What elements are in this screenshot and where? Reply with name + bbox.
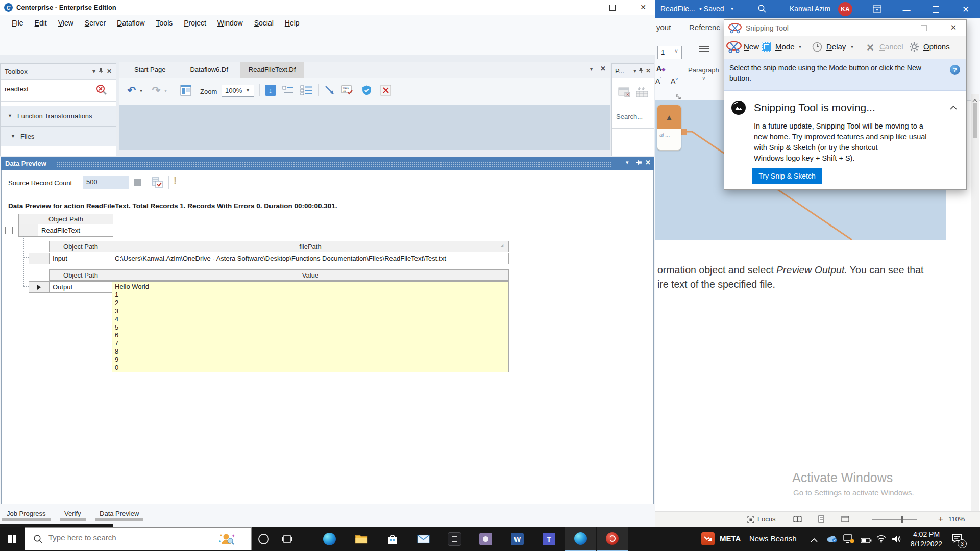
stock-widget-icon[interactable] <box>701 532 715 545</box>
minimize-button[interactable]: — <box>895 0 918 18</box>
taskbar-search-box[interactable] <box>24 527 252 550</box>
clear-search-icon[interactable] <box>95 84 108 98</box>
options-button[interactable]: Options <box>923 42 950 51</box>
source-record-count-input[interactable]: 500 <box>83 176 129 189</box>
close-icon[interactable]: ✕ <box>646 67 651 74</box>
column-header-object-path[interactable]: Object Path <box>49 241 112 252</box>
stock-status[interactable]: News Bearish <box>749 534 797 543</box>
delay-caret[interactable]: ▾ <box>851 44 853 49</box>
focus-icon[interactable] <box>747 516 754 525</box>
toolbox-section-files[interactable]: ▼ Files <box>1 126 116 146</box>
menu-file[interactable]: File <box>6 17 29 29</box>
try-snip-sketch-button[interactable]: Try Snip & Sketch <box>752 168 822 184</box>
taskbar-app-github-desktop[interactable] <box>470 527 501 551</box>
maximize-button[interactable] <box>605 4 620 13</box>
tab-list-caret[interactable]: ▾ <box>590 66 593 72</box>
zoom-in-button[interactable]: + <box>938 514 943 524</box>
menu-tools[interactable]: Tools <box>151 17 179 29</box>
font-size-combobox[interactable]: 1 ˅ <box>657 46 682 59</box>
print-layout-icon[interactable] <box>818 515 825 524</box>
minimize-button[interactable]: — <box>575 4 589 11</box>
refresh-preview-icon[interactable] <box>151 177 163 191</box>
grow-font-icon[interactable]: Aˆ <box>655 77 662 85</box>
word-save-status[interactable]: • Saved <box>699 5 724 13</box>
stock-ticker[interactable]: META <box>720 534 741 543</box>
expand-collapse-nodes-icon[interactable]: ↕ <box>264 84 277 96</box>
column-header-value[interactable]: Value <box>112 269 509 281</box>
zoom-slider-track[interactable] <box>872 519 917 520</box>
cortana-button[interactable] <box>252 527 275 551</box>
tab-start-page[interactable]: Start Page <box>126 62 174 78</box>
word-doc-title[interactable]: ReadFile... <box>660 5 695 13</box>
output-value-cell[interactable]: Hello World 1 2 3 4 5 6 7 8 9 0 <box>112 281 509 372</box>
root-node-cell[interactable]: ReadFileText <box>38 224 113 237</box>
tab-readfiletext[interactable]: ReadFileText.Df <box>240 62 304 78</box>
menu-edit[interactable]: Edit <box>29 17 53 29</box>
zoom-percentage[interactable]: 110% <box>948 515 965 523</box>
close-tab-icon[interactable]: ✕ <box>600 65 606 72</box>
shield-verify-icon[interactable] <box>360 84 373 96</box>
new-snip-icon[interactable] <box>726 40 742 56</box>
collapse-expander[interactable]: − <box>5 227 13 234</box>
clock[interactable]: 4:02 PM 8/12/2022 <box>908 530 945 549</box>
battery-icon[interactable] <box>861 536 872 545</box>
scrollbar-thumb[interactable] <box>973 103 977 138</box>
clear-errors-icon[interactable] <box>380 84 392 96</box>
input-label-cell[interactable]: Input <box>49 253 112 264</box>
word-user-name[interactable]: Kanwal Azim <box>790 5 830 13</box>
preview-data-icon[interactable]: 010110 <box>341 84 353 96</box>
menu-dataflow[interactable]: Dataflow <box>111 17 150 29</box>
collapse-chevron-icon[interactable] <box>950 103 957 112</box>
undo-caret[interactable]: ▾ <box>140 88 142 93</box>
close-button[interactable]: ✕ <box>636 3 650 11</box>
link-pointer-icon[interactable] <box>324 84 336 96</box>
taskbar-app-dark[interactable] <box>439 527 470 551</box>
taskbar-app-edge[interactable] <box>314 527 345 551</box>
new-button[interactable]: New <box>744 42 759 51</box>
pin-icon[interactable] <box>636 159 642 168</box>
row-handle[interactable] <box>29 281 50 293</box>
tab-references[interactable]: Referenc <box>689 23 720 32</box>
focus-label[interactable]: Focus <box>757 515 775 523</box>
tab-verify[interactable]: Verify <box>60 508 86 521</box>
shrink-font-icon[interactable]: A˅ <box>671 77 678 85</box>
tab-dataflow6[interactable]: Dataflow6.Df <box>182 62 236 78</box>
pin-icon[interactable] <box>639 67 644 75</box>
column-header-object-path[interactable]: Object Path <box>49 269 112 281</box>
align-horizontal-icon[interactable] <box>282 84 294 96</box>
column-header-object-path[interactable]: Object Path <box>18 214 113 224</box>
mode-button[interactable]: Mode <box>775 42 795 51</box>
column-header-filepath[interactable]: filePath <box>112 241 509 252</box>
taskbar-app-edge-running[interactable] <box>565 527 596 551</box>
menu-server[interactable]: Server <box>79 17 111 29</box>
maximize-button[interactable] <box>924 0 947 18</box>
onedrive-icon[interactable] <box>826 535 838 545</box>
tray-expand-chevron-icon[interactable] <box>811 535 818 544</box>
input-value-cell[interactable]: C:\Users\Kanwal.Azim\OneDrive - Astera S… <box>112 253 509 264</box>
close-icon[interactable]: ✕ <box>645 159 651 166</box>
expand-row-icon[interactable] <box>37 285 41 290</box>
text-effects-icon[interactable]: A◆ <box>656 64 665 72</box>
taskbar-app-store[interactable] <box>377 527 408 551</box>
redo-button[interactable]: ↷ <box>150 84 162 96</box>
menu-social[interactable]: Social <box>249 17 279 29</box>
vertical-scrollbar[interactable] <box>971 94 979 511</box>
row-handle[interactable] <box>29 253 50 264</box>
wifi-icon[interactable] <box>876 534 887 545</box>
chevron-down-icon[interactable]: ▾ <box>731 6 733 11</box>
zoom-select[interactable]: 100% ▾ <box>222 85 254 97</box>
justify-icon[interactable] <box>699 46 709 54</box>
undo-button[interactable]: ↶ <box>126 84 138 96</box>
web-layout-icon[interactable] <box>841 516 849 524</box>
taskbar-app-file-explorer[interactable] <box>346 527 377 551</box>
menu-window[interactable]: Window <box>212 17 249 29</box>
toolbox-search-input[interactable] <box>4 85 87 93</box>
mode-caret[interactable]: ▾ <box>799 44 801 49</box>
delay-button[interactable]: Delay <box>826 42 846 51</box>
ribbon-display-options-icon[interactable] <box>873 5 881 15</box>
fit-to-window-icon[interactable] <box>180 84 192 96</box>
zoom-out-button[interactable]: — <box>863 515 870 523</box>
menu-project[interactable]: Project <box>178 17 212 29</box>
start-button[interactable] <box>0 527 24 551</box>
read-mode-icon[interactable] <box>793 516 802 524</box>
